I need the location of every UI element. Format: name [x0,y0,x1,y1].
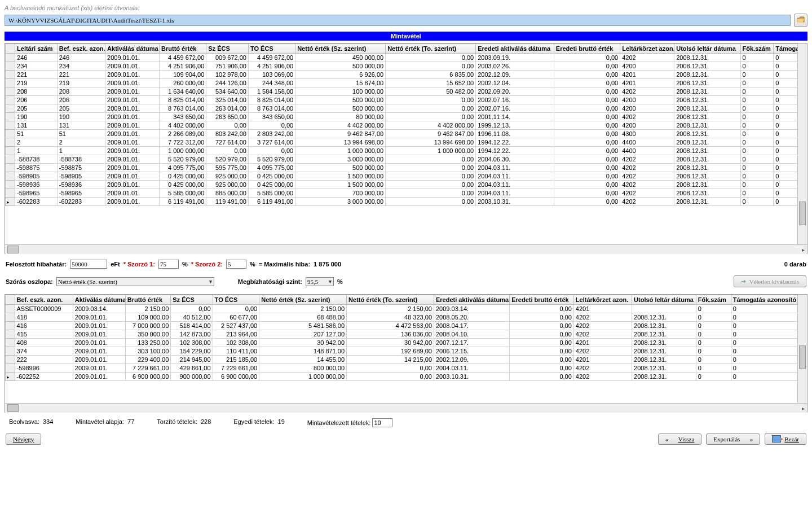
table-row[interactable]: 2082082009.01.01.1 634 640,00534 640,001… [6,87,807,96]
vertical-scrollbar[interactable] [797,43,807,244]
path-input[interactable] [5,15,791,26]
row-selector[interactable] [6,121,15,130]
table-row[interactable]: 2212212009.01.01.109 904,00102 978,00103… [6,71,807,79]
column-header[interactable]: Nettó érték (Sz. szerint) [295,44,386,54]
table-row[interactable]: -5989962009.01.01.7 229 661,00429 661,00… [6,364,807,373]
table-row[interactable]: ▸-602283-6022832009.01.01.6 119 491,0011… [6,198,807,206]
column-header[interactable]: Sz ÉCS [171,295,213,305]
table-row[interactable]: 4182009.01.01.109 000,0040 512,0060 677,… [6,313,807,322]
nevjegy-button[interactable]: Névjegy [6,433,41,445]
row-selector[interactable] [6,71,15,79]
cell: 2009.01.01. [105,181,160,189]
row-selector[interactable] [6,181,15,189]
column-header[interactable]: Bruttó érték [160,44,206,54]
column-header[interactable]: Eredeti aktiválás dátuma [476,44,554,54]
table-row[interactable]: 2462462009.01.01.4 459 672,00009 672,004… [6,54,807,62]
szorzo1-input[interactable] [158,260,179,269]
row-selector[interactable] [6,138,15,147]
column-header[interactable]: Aktiválás dátuma [73,295,125,305]
table-row[interactable]: 222009.01.01.7 722 312,00727 614,003 727… [6,138,807,147]
felosztott-input[interactable] [70,260,107,269]
table-row[interactable]: -598965-5989652009.01.01.5 585 000,00885… [6,189,807,198]
row-selector[interactable] [6,313,15,322]
row-selector[interactable] [6,189,15,198]
row-selector[interactable] [6,322,15,330]
column-header[interactable]: Eredeti bruttó érték [554,44,620,54]
column-header[interactable]: Eredeti aktiválás dátuma [434,295,510,305]
row-selector[interactable] [6,164,15,172]
top-grid[interactable]: Leltári számBef. eszk. azon.Aktiválás dá… [5,43,807,206]
column-header[interactable]: Leltárkörzet azon. [620,44,674,54]
row-selector[interactable] [6,79,15,87]
column-header[interactable]: Utolsó leltár dátuma [632,295,696,305]
column-header[interactable]: Nettó érték (Sz. szerint) [259,295,347,305]
column-header[interactable]: Leltári szám [15,44,58,54]
column-header[interactable]: Fők.szám [696,295,731,305]
table-row[interactable]: ASSET00000092009.03.14.2 150,000,000,002… [6,305,807,313]
veletlen-button[interactable]: ➜ Véletlen kiválasztás [734,275,806,287]
table-row[interactable]: 4082009.01.01.133 250,00102 308,00102 30… [6,339,807,347]
table-row[interactable]: 2052052009.01.01.8 763 014,00263 014,008… [6,104,807,113]
column-header[interactable]: Nettó érték (To. szerint) [347,295,434,305]
row-selector[interactable] [6,113,15,121]
table-row[interactable]: ▸-6022522009.01.01.6 900 000,00900 000,0… [6,373,807,381]
column-header[interactable]: Utolsó leltár dátuma [674,44,740,54]
bezar-button[interactable]: Bezár [765,433,806,445]
row-selector[interactable]: ▸ [6,373,15,381]
table-row[interactable]: 1901902009.01.01.343 650,00263 650,00343… [6,113,807,121]
column-header[interactable]: Fők.szám [740,44,774,54]
table-row[interactable]: -598905-5989052009.01.01.0 425 000,00925… [6,172,807,181]
row-selector[interactable] [6,339,15,347]
row-selector[interactable]: ▸ [6,198,15,206]
row-selector[interactable] [6,155,15,164]
row-selector[interactable] [6,305,15,313]
row-selector[interactable] [6,356,15,364]
vertical-scrollbar-bottom[interactable] [797,295,807,403]
row-selector[interactable] [6,104,15,113]
horizontal-scrollbar-bottom[interactable]: ▸ [5,403,807,413]
mv-input[interactable] [372,418,392,427]
column-header[interactable]: Leltárkörzet azon. [573,295,632,305]
column-header[interactable]: Támogatás azonosító [731,295,806,305]
row-selector[interactable] [6,62,15,71]
table-row[interactable]: 2062062009.01.01.8 825 014,00325 014,008… [6,96,807,104]
column-header[interactable]: Eredeti bruttó érték [510,295,574,305]
row-selector[interactable] [6,147,15,155]
column-header[interactable]: TO ÉCS [248,44,295,54]
szoras-select[interactable]: Nettó érték (Sz. szerint) [56,277,214,286]
row-selector[interactable] [6,364,15,373]
table-row[interactable]: -598875-5988752009.01.01.4 095 775,00595… [6,164,807,172]
column-header[interactable]: Bef. eszk. azon. [15,295,73,305]
row-selector[interactable] [6,330,15,339]
row-selector[interactable] [6,54,15,62]
megbiz-select[interactable]: 95,5 [306,277,334,286]
column-header[interactable]: TO ÉCS [213,295,259,305]
table-row[interactable]: -598936-5989362009.01.01.0 425 000,00925… [6,181,807,189]
column-header[interactable]: Bruttó érték [125,295,171,305]
exportalas-button[interactable]: Exportálás » [706,433,760,445]
szorzo2-input[interactable] [226,260,246,269]
row-selector[interactable] [6,172,15,181]
column-header[interactable]: Sz ÉCS [206,44,249,54]
table-row[interactable]: 2222009.01.01.229 400,00214 945,00215 18… [6,356,807,364]
browse-button[interactable] [794,14,807,27]
table-row[interactable]: 4152009.01.01.350 000,00142 873,00213 96… [6,330,807,339]
column-header[interactable]: Bef. eszk. azon. [57,44,105,54]
table-row[interactable]: -588738-5887382009.01.01.5 520 979,00520… [6,155,807,164]
table-row[interactable]: 2342342009.01.01.4 251 906,00751 906,004… [6,62,807,71]
row-selector[interactable] [6,347,15,356]
column-header[interactable]: Nettó érték (To. szerint) [386,44,476,54]
table-row[interactable]: 51512009.01.01.2 266 089,00803 242,002 8… [6,130,807,138]
row-selector[interactable] [6,87,15,96]
table-row[interactable]: 4162009.01.01.7 000 000,00518 414,002 52… [6,322,807,330]
horizontal-scrollbar[interactable]: ▸ [5,244,807,254]
table-row[interactable]: 2192192009.01.01.260 000,00244 126,00244… [6,79,807,87]
column-header[interactable]: Aktiválás dátuma [105,44,160,54]
bottom-grid[interactable]: Bef. eszk. azon.Aktiválás dátumaBruttó é… [5,295,807,381]
table-row[interactable]: 3742009.01.01.303 100,00154 229,00110 41… [6,347,807,356]
table-row[interactable]: 112009.01.01.1 000 000,000,000,001 000 0… [6,147,807,155]
row-selector[interactable] [6,96,15,104]
vissza-button[interactable]: « Vissza [658,433,702,445]
table-row[interactable]: 1311312009.01.01.4 402 000,000,000,004 4… [6,121,807,130]
row-selector[interactable] [6,130,15,138]
